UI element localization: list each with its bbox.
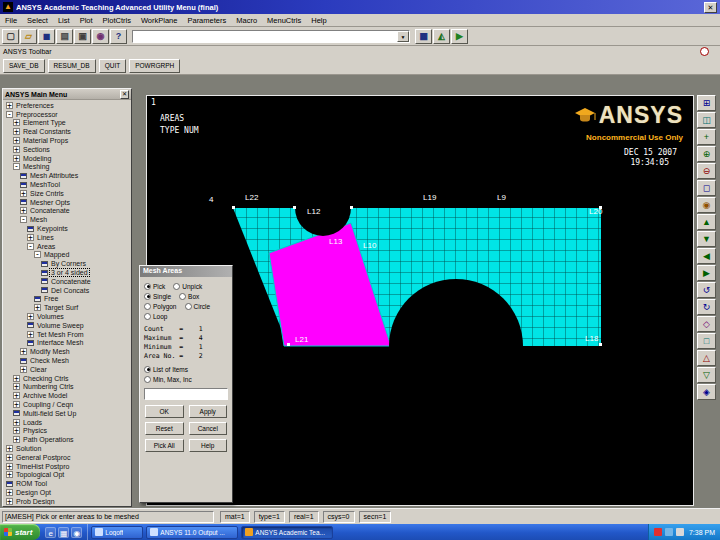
apply-button[interactable]: Apply <box>189 405 228 418</box>
expand-icon[interactable]: + <box>13 419 20 426</box>
raise-hidden-button[interactable]: ⊞ <box>697 95 716 111</box>
radio-circle[interactable]: Circle <box>185 303 211 310</box>
tree-item[interactable]: Mesh Attributes <box>3 171 131 180</box>
tree-item[interactable]: +Path Operations <box>3 435 131 444</box>
save-db-button[interactable]: SAVE_DB <box>3 59 45 73</box>
expand-icon[interactable]: + <box>6 445 13 452</box>
radio-polygon[interactable]: Polygon <box>144 303 177 310</box>
tree-item[interactable]: +Prob Design <box>3 497 131 505</box>
front-view-button[interactable]: □ <box>697 333 716 349</box>
security-alert-icon[interactable] <box>654 528 662 536</box>
expand-icon[interactable]: + <box>13 119 20 126</box>
tree-item[interactable]: -Mapped <box>3 251 131 260</box>
tree-item[interactable]: MeshTool <box>3 180 131 189</box>
command-input[interactable] <box>133 31 397 41</box>
tree-item[interactable]: +Lines <box>3 233 131 242</box>
expand-icon[interactable]: + <box>20 366 27 373</box>
expand-icon[interactable]: + <box>6 454 13 461</box>
tree-item[interactable]: +Element Type <box>3 119 131 128</box>
reset-view-button[interactable]: ◫ <box>697 112 716 128</box>
radio-box[interactable]: Box <box>179 293 199 300</box>
tree-item[interactable]: Keypoints <box>3 224 131 233</box>
tree-item[interactable]: Multi-field Set Up <box>3 409 131 418</box>
volume-icon[interactable] <box>676 528 684 536</box>
radio-list-of-items[interactable]: List of Items <box>144 366 188 373</box>
expand-icon[interactable]: + <box>13 401 20 408</box>
dialog-title[interactable]: Mesh Areas <box>140 266 232 277</box>
expand-icon[interactable]: + <box>34 304 41 311</box>
powrgrph-button[interactable]: POWRGRPH <box>129 59 180 73</box>
oblique-view-button[interactable]: ◈ <box>697 384 716 400</box>
expand-icon[interactable]: + <box>13 137 20 144</box>
expand-icon[interactable]: + <box>6 463 13 470</box>
rotate-right-button[interactable]: ▶ <box>697 265 716 281</box>
expand-icon[interactable]: + <box>27 313 34 320</box>
rotate-ccw-button[interactable]: ↺ <box>697 282 716 298</box>
isometric-view-button[interactable]: ◇ <box>697 316 716 332</box>
expand-icon[interactable]: + <box>20 190 27 197</box>
tree-item[interactable]: -Meshing <box>3 163 131 172</box>
rotate-cw-button[interactable]: ↻ <box>697 299 716 315</box>
menu-file[interactable]: File <box>0 16 22 25</box>
tree-item[interactable]: +Preferences <box>3 101 131 110</box>
collapse-icon[interactable]: - <box>6 111 13 118</box>
tree-item[interactable]: 3 or 4 sided <box>3 268 131 277</box>
copy-button[interactable]: ▣ <box>74 29 91 44</box>
tree-item[interactable]: Free <box>3 295 131 304</box>
cancel-button[interactable]: Cancel <box>189 422 228 435</box>
menu-workplane[interactable]: WorkPlane <box>136 16 183 25</box>
rotate-left-button[interactable]: ◀ <box>697 248 716 264</box>
taskbar-window[interactable]: ANSYS 11.0 Output ... <box>146 526 238 539</box>
tree-item[interactable]: +TimeHist Postpro <box>3 462 131 471</box>
chevron-down-icon[interactable]: ▼ <box>397 31 409 42</box>
start-button[interactable]: start <box>0 524 40 540</box>
menu-menuctrls[interactable]: MenuCtrls <box>262 16 306 25</box>
tree-item[interactable]: +Archive Model <box>3 391 131 400</box>
internet-explorer-icon[interactable]: e <box>45 527 56 538</box>
tree-item[interactable]: Concatenate <box>3 277 131 286</box>
tree-item[interactable]: +General Postproc <box>3 453 131 462</box>
box-zoom-button[interactable]: ◻ <box>697 180 716 196</box>
tree-item[interactable]: +Clear <box>3 365 131 374</box>
expand-icon[interactable]: + <box>13 128 20 135</box>
tree-item[interactable]: +Modeling <box>3 154 131 163</box>
menu-select[interactable]: Select <box>22 16 53 25</box>
collapse-icon[interactable]: - <box>13 163 20 170</box>
pan-zoom-rotate-button[interactable]: ▦ <box>415 29 432 44</box>
open-file-button[interactable]: ▱ <box>20 29 37 44</box>
new-analysis-button[interactable]: ▢ <box>2 29 19 44</box>
tree-item[interactable]: +Real Constants <box>3 127 131 136</box>
taskbar-window[interactable]: Logoff <box>91 526 143 539</box>
quit-button[interactable]: QUIT <box>99 59 127 73</box>
save-database-button[interactable]: ◼ <box>38 29 55 44</box>
tree-item[interactable]: +Tet Mesh From <box>3 330 131 339</box>
close-button[interactable]: ✕ <box>704 2 717 13</box>
tree-item[interactable]: -Areas <box>3 242 131 251</box>
menu-parameters[interactable]: Parameters <box>182 16 231 25</box>
tree-item[interactable]: +Numbering Ctrls <box>3 383 131 392</box>
tree-item[interactable]: -Mesh <box>3 215 131 224</box>
show-desktop-icon[interactable]: ▦ <box>58 527 69 538</box>
print-button[interactable]: ▤ <box>56 29 73 44</box>
collapse-icon[interactable]: - <box>27 243 34 250</box>
area-list-input[interactable] <box>144 388 228 400</box>
radio-loop[interactable]: Loop <box>144 313 167 320</box>
expand-icon[interactable]: + <box>6 498 13 505</box>
expand-icon[interactable]: + <box>6 102 13 109</box>
expand-icon[interactable]: + <box>20 348 27 355</box>
expand-icon[interactable]: + <box>13 155 20 162</box>
expand-icon[interactable]: + <box>27 331 34 338</box>
radio-pick[interactable]: Pick <box>144 283 165 290</box>
help-button[interactable]: Help <box>189 439 228 452</box>
menu-plot[interactable]: Plot <box>75 16 98 25</box>
tree-item[interactable]: Del Concats <box>3 286 131 295</box>
expand-icon[interactable]: + <box>13 427 20 434</box>
tree-item[interactable]: +Volumes <box>3 312 131 321</box>
expand-icon[interactable]: + <box>13 375 20 382</box>
ok-button[interactable]: OK <box>145 405 184 418</box>
tree-item[interactable]: -Preprocessor <box>3 110 131 119</box>
tree-item[interactable]: +Concatenate <box>3 207 131 216</box>
help-button[interactable]: ? <box>110 29 127 44</box>
tree-item[interactable]: +Loads <box>3 418 131 427</box>
taskbar-window[interactable]: ANSYS Academic Tea... <box>241 526 333 539</box>
